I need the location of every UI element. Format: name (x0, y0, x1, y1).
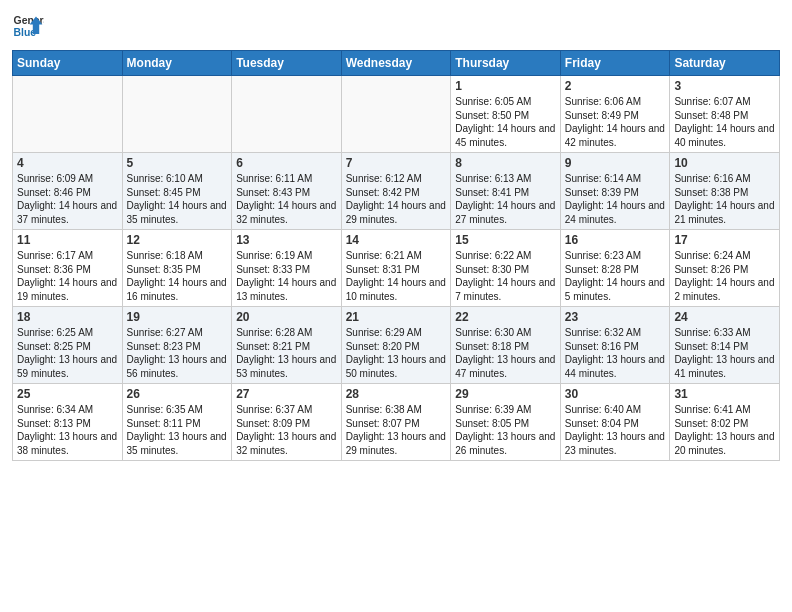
calendar-cell: 15Sunrise: 6:22 AM Sunset: 8:30 PM Dayli… (451, 230, 561, 307)
calendar-cell: 25Sunrise: 6:34 AM Sunset: 8:13 PM Dayli… (13, 384, 123, 461)
calendar-cell: 17Sunrise: 6:24 AM Sunset: 8:26 PM Dayli… (670, 230, 780, 307)
day-info: Sunrise: 6:13 AM Sunset: 8:41 PM Dayligh… (455, 172, 556, 226)
day-number: 15 (455, 233, 556, 247)
day-number: 3 (674, 79, 775, 93)
day-number: 30 (565, 387, 666, 401)
day-number: 5 (127, 156, 228, 170)
calendar-cell (232, 76, 342, 153)
header-wednesday: Wednesday (341, 51, 451, 76)
header-sunday: Sunday (13, 51, 123, 76)
calendar-table: SundayMondayTuesdayWednesdayThursdayFrid… (12, 50, 780, 461)
day-number: 16 (565, 233, 666, 247)
calendar-cell: 26Sunrise: 6:35 AM Sunset: 8:11 PM Dayli… (122, 384, 232, 461)
calendar-cell: 16Sunrise: 6:23 AM Sunset: 8:28 PM Dayli… (560, 230, 670, 307)
day-number: 2 (565, 79, 666, 93)
calendar-cell: 6Sunrise: 6:11 AM Sunset: 8:43 PM Daylig… (232, 153, 342, 230)
calendar-cell: 10Sunrise: 6:16 AM Sunset: 8:38 PM Dayli… (670, 153, 780, 230)
calendar-cell: 23Sunrise: 6:32 AM Sunset: 8:16 PM Dayli… (560, 307, 670, 384)
day-number: 11 (17, 233, 118, 247)
calendar-cell: 21Sunrise: 6:29 AM Sunset: 8:20 PM Dayli… (341, 307, 451, 384)
day-info: Sunrise: 6:24 AM Sunset: 8:26 PM Dayligh… (674, 249, 775, 303)
day-number: 23 (565, 310, 666, 324)
calendar-week-row: 11Sunrise: 6:17 AM Sunset: 8:36 PM Dayli… (13, 230, 780, 307)
day-number: 20 (236, 310, 337, 324)
header-thursday: Thursday (451, 51, 561, 76)
day-number: 18 (17, 310, 118, 324)
day-number: 6 (236, 156, 337, 170)
logo: General Blue (12, 10, 44, 42)
calendar-cell (341, 76, 451, 153)
calendar-cell: 24Sunrise: 6:33 AM Sunset: 8:14 PM Dayli… (670, 307, 780, 384)
header: General Blue (12, 10, 780, 42)
day-info: Sunrise: 6:12 AM Sunset: 8:42 PM Dayligh… (346, 172, 447, 226)
day-info: Sunrise: 6:30 AM Sunset: 8:18 PM Dayligh… (455, 326, 556, 380)
day-number: 14 (346, 233, 447, 247)
day-number: 4 (17, 156, 118, 170)
day-info: Sunrise: 6:11 AM Sunset: 8:43 PM Dayligh… (236, 172, 337, 226)
calendar-cell: 29Sunrise: 6:39 AM Sunset: 8:05 PM Dayli… (451, 384, 561, 461)
day-number: 12 (127, 233, 228, 247)
day-number: 17 (674, 233, 775, 247)
calendar-cell: 22Sunrise: 6:30 AM Sunset: 8:18 PM Dayli… (451, 307, 561, 384)
day-info: Sunrise: 6:18 AM Sunset: 8:35 PM Dayligh… (127, 249, 228, 303)
day-info: Sunrise: 6:05 AM Sunset: 8:50 PM Dayligh… (455, 95, 556, 149)
day-number: 21 (346, 310, 447, 324)
day-number: 24 (674, 310, 775, 324)
day-info: Sunrise: 6:17 AM Sunset: 8:36 PM Dayligh… (17, 249, 118, 303)
day-number: 1 (455, 79, 556, 93)
day-info: Sunrise: 6:14 AM Sunset: 8:39 PM Dayligh… (565, 172, 666, 226)
header-tuesday: Tuesday (232, 51, 342, 76)
calendar-cell (122, 76, 232, 153)
day-info: Sunrise: 6:34 AM Sunset: 8:13 PM Dayligh… (17, 403, 118, 457)
calendar-cell: 13Sunrise: 6:19 AM Sunset: 8:33 PM Dayli… (232, 230, 342, 307)
day-number: 13 (236, 233, 337, 247)
day-number: 7 (346, 156, 447, 170)
day-info: Sunrise: 6:23 AM Sunset: 8:28 PM Dayligh… (565, 249, 666, 303)
calendar-cell: 12Sunrise: 6:18 AM Sunset: 8:35 PM Dayli… (122, 230, 232, 307)
day-number: 10 (674, 156, 775, 170)
calendar-cell (13, 76, 123, 153)
calendar-cell: 3Sunrise: 6:07 AM Sunset: 8:48 PM Daylig… (670, 76, 780, 153)
day-number: 19 (127, 310, 228, 324)
calendar-cell: 14Sunrise: 6:21 AM Sunset: 8:31 PM Dayli… (341, 230, 451, 307)
day-info: Sunrise: 6:25 AM Sunset: 8:25 PM Dayligh… (17, 326, 118, 380)
day-info: Sunrise: 6:22 AM Sunset: 8:30 PM Dayligh… (455, 249, 556, 303)
day-info: Sunrise: 6:28 AM Sunset: 8:21 PM Dayligh… (236, 326, 337, 380)
logo-icon: General Blue (12, 10, 44, 42)
day-info: Sunrise: 6:19 AM Sunset: 8:33 PM Dayligh… (236, 249, 337, 303)
calendar-week-row: 18Sunrise: 6:25 AM Sunset: 8:25 PM Dayli… (13, 307, 780, 384)
calendar-week-row: 1Sunrise: 6:05 AM Sunset: 8:50 PM Daylig… (13, 76, 780, 153)
day-info: Sunrise: 6:07 AM Sunset: 8:48 PM Dayligh… (674, 95, 775, 149)
day-info: Sunrise: 6:41 AM Sunset: 8:02 PM Dayligh… (674, 403, 775, 457)
header-monday: Monday (122, 51, 232, 76)
day-number: 26 (127, 387, 228, 401)
calendar-cell: 20Sunrise: 6:28 AM Sunset: 8:21 PM Dayli… (232, 307, 342, 384)
calendar-cell: 8Sunrise: 6:13 AM Sunset: 8:41 PM Daylig… (451, 153, 561, 230)
day-info: Sunrise: 6:32 AM Sunset: 8:16 PM Dayligh… (565, 326, 666, 380)
day-info: Sunrise: 6:16 AM Sunset: 8:38 PM Dayligh… (674, 172, 775, 226)
page-container: General Blue SundayMondayTuesdayWednesda… (0, 0, 792, 469)
day-info: Sunrise: 6:40 AM Sunset: 8:04 PM Dayligh… (565, 403, 666, 457)
day-number: 29 (455, 387, 556, 401)
calendar-cell: 30Sunrise: 6:40 AM Sunset: 8:04 PM Dayli… (560, 384, 670, 461)
day-info: Sunrise: 6:27 AM Sunset: 8:23 PM Dayligh… (127, 326, 228, 380)
calendar-cell: 7Sunrise: 6:12 AM Sunset: 8:42 PM Daylig… (341, 153, 451, 230)
day-info: Sunrise: 6:09 AM Sunset: 8:46 PM Dayligh… (17, 172, 118, 226)
day-number: 9 (565, 156, 666, 170)
calendar-cell: 28Sunrise: 6:38 AM Sunset: 8:07 PM Dayli… (341, 384, 451, 461)
calendar-week-row: 4Sunrise: 6:09 AM Sunset: 8:46 PM Daylig… (13, 153, 780, 230)
day-number: 25 (17, 387, 118, 401)
day-info: Sunrise: 6:38 AM Sunset: 8:07 PM Dayligh… (346, 403, 447, 457)
day-number: 31 (674, 387, 775, 401)
day-number: 8 (455, 156, 556, 170)
day-info: Sunrise: 6:06 AM Sunset: 8:49 PM Dayligh… (565, 95, 666, 149)
calendar-week-row: 25Sunrise: 6:34 AM Sunset: 8:13 PM Dayli… (13, 384, 780, 461)
day-info: Sunrise: 6:33 AM Sunset: 8:14 PM Dayligh… (674, 326, 775, 380)
day-info: Sunrise: 6:39 AM Sunset: 8:05 PM Dayligh… (455, 403, 556, 457)
calendar-cell: 19Sunrise: 6:27 AM Sunset: 8:23 PM Dayli… (122, 307, 232, 384)
calendar-cell: 31Sunrise: 6:41 AM Sunset: 8:02 PM Dayli… (670, 384, 780, 461)
header-friday: Friday (560, 51, 670, 76)
calendar-cell: 18Sunrise: 6:25 AM Sunset: 8:25 PM Dayli… (13, 307, 123, 384)
day-info: Sunrise: 6:35 AM Sunset: 8:11 PM Dayligh… (127, 403, 228, 457)
calendar-cell: 9Sunrise: 6:14 AM Sunset: 8:39 PM Daylig… (560, 153, 670, 230)
